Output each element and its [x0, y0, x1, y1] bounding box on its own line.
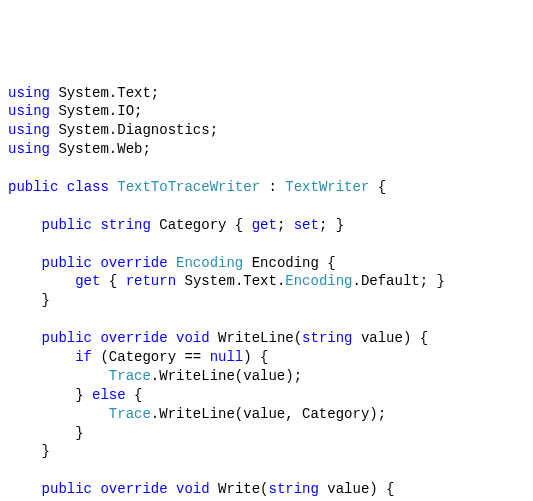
- text: System.Text;: [50, 85, 159, 101]
- keyword: using: [8, 122, 50, 138]
- type: Trace: [109, 368, 151, 384]
- type: Encoding: [176, 255, 243, 271]
- code-line: Trace.WriteLine(value, Category);: [8, 406, 386, 422]
- code-block: using System.Text; using System.IO; usin…: [8, 84, 525, 501]
- text: System.Text.: [176, 273, 285, 289]
- text: .Default; }: [353, 273, 445, 289]
- text: value) {: [353, 330, 429, 346]
- text: }: [8, 387, 92, 403]
- text: ; }: [319, 217, 344, 233]
- type: Trace: [109, 406, 151, 422]
- keyword: set: [294, 217, 319, 233]
- keyword: string: [268, 481, 318, 497]
- keyword: override: [100, 330, 167, 346]
- keyword: return: [126, 273, 176, 289]
- text: {: [126, 387, 143, 403]
- keyword: public: [42, 255, 92, 271]
- keyword: public: [42, 217, 92, 233]
- keyword: get: [252, 217, 277, 233]
- text: WriteLine(: [210, 330, 302, 346]
- type: TextWriter: [285, 179, 369, 195]
- keyword: string: [100, 217, 150, 233]
- code-line: public class TextToTraceWriter : TextWri…: [8, 179, 386, 195]
- code-line: if (Category == null) {: [8, 349, 268, 365]
- keyword: override: [100, 481, 167, 497]
- keyword: public: [8, 179, 58, 195]
- type: Encoding: [285, 273, 352, 289]
- keyword: void: [176, 330, 210, 346]
- code-line: using System.Text;: [8, 85, 159, 101]
- keyword: using: [8, 141, 50, 157]
- text: (Category ==: [92, 349, 210, 365]
- text: System.Web;: [50, 141, 151, 157]
- text: Write(: [210, 481, 269, 497]
- code-line: get { return System.Text.Encoding.Defaul…: [8, 273, 445, 289]
- code-line: public string Category { get; set; }: [8, 217, 344, 233]
- text: :: [260, 179, 285, 195]
- keyword: public: [42, 481, 92, 497]
- code-line: }: [8, 292, 50, 308]
- text: System.Diagnostics;: [50, 122, 218, 138]
- keyword: using: [8, 103, 50, 119]
- text: {: [100, 273, 125, 289]
- text: Encoding {: [243, 255, 335, 271]
- code-line: using System.IO;: [8, 103, 142, 119]
- keyword: override: [100, 255, 167, 271]
- keyword: public: [42, 330, 92, 346]
- code-line: public override void Write(string value)…: [8, 481, 395, 497]
- text: {: [369, 179, 386, 195]
- text: value) {: [319, 481, 395, 497]
- text: .WriteLine(value, Category);: [151, 406, 386, 422]
- code-line: }: [8, 425, 84, 441]
- text: System.IO;: [50, 103, 142, 119]
- code-line: public override Encoding Encoding {: [8, 255, 336, 271]
- type: TextToTraceWriter: [117, 179, 260, 195]
- keyword: class: [67, 179, 109, 195]
- code-line: } else {: [8, 387, 142, 403]
- keyword: null: [210, 349, 244, 365]
- text: ;: [277, 217, 294, 233]
- text: ) {: [243, 349, 268, 365]
- code-line: public override void WriteLine(string va…: [8, 330, 428, 346]
- keyword: else: [92, 387, 126, 403]
- keyword: if: [75, 349, 92, 365]
- keyword: string: [302, 330, 352, 346]
- code-line: }: [8, 443, 50, 459]
- keyword: void: [176, 481, 210, 497]
- text: Category {: [151, 217, 252, 233]
- keyword: get: [75, 273, 100, 289]
- keyword: using: [8, 85, 50, 101]
- code-line: Trace.WriteLine(value);: [8, 368, 302, 384]
- text: .WriteLine(value);: [151, 368, 302, 384]
- code-line: using System.Web;: [8, 141, 151, 157]
- code-line: using System.Diagnostics;: [8, 122, 218, 138]
